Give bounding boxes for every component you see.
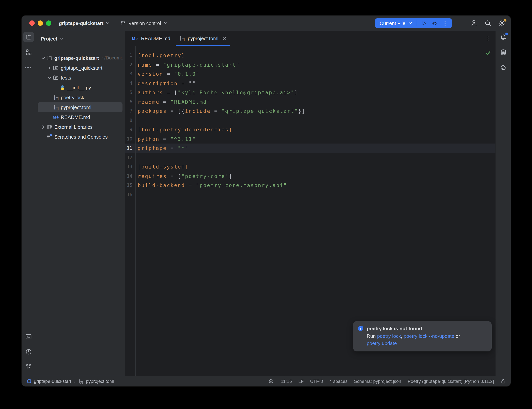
project-panel-header[interactable]: Project (35, 31, 125, 46)
chevron-down-icon (408, 21, 412, 25)
editor-options-button[interactable]: ⋮ (485, 31, 491, 46)
structure-icon (25, 49, 32, 56)
problems-tool-button[interactable] (23, 346, 34, 357)
folder-src-icon (53, 65, 59, 71)
tree-item-pyproject-toml[interactable]: [T]pyproject.toml (38, 102, 122, 112)
svg-text:M: M (132, 36, 135, 41)
line-number: 12 (125, 153, 135, 162)
folder-src-icon (53, 74, 59, 81)
svg-text:[T]: [T] (80, 381, 83, 383)
run-configuration-widget[interactable]: Current File ⋮ (375, 18, 452, 28)
settings-badge (504, 19, 506, 22)
tree-item-tests[interactable]: tests (38, 73, 122, 83)
terminal-icon (25, 333, 32, 340)
chevron-down-icon[interactable] (46, 75, 53, 80)
tab-pyproject-toml[interactable]: [T]pyproject.toml (175, 31, 231, 46)
notification-line-1: Run poetry lock, poetry lock --no-update… (367, 333, 486, 340)
toml-icon: [T] (53, 104, 59, 110)
tab-readme-md[interactable]: MREADME.md (128, 31, 175, 46)
code-line-8 (138, 116, 495, 125)
chevron-down-icon[interactable] (40, 56, 46, 60)
markdown-icon: M (132, 36, 138, 41)
tree-item-readme-md[interactable]: MREADME.md (38, 112, 122, 122)
editor-gutter: 12345678910111213141516 (125, 46, 136, 376)
project-panel-title: Project (41, 36, 57, 41)
tree-item-griptape-quickstart[interactable]: griptape_quickstart (38, 63, 122, 73)
tree-item-label: __init__.py (67, 85, 91, 90)
status-item-lf[interactable]: LF (298, 379, 304, 384)
breadcrumb-project[interactable]: griptape-quickstart (34, 379, 71, 384)
line-number: 1 (125, 51, 135, 60)
tree-item-poetry-lock[interactable]: [T]poetry.lock (38, 93, 122, 102)
tree-item-griptape-quickstart[interactable]: griptape-quickstart~/Docume (38, 53, 122, 63)
notification-link[interactable]: poetry lock --no-update (404, 333, 454, 339)
notifications-button[interactable] (498, 32, 509, 42)
git-branch-icon (120, 20, 126, 26)
debug-button[interactable] (431, 19, 438, 27)
play-icon (421, 20, 427, 26)
bug-icon (432, 20, 437, 26)
ai-assistant-tool-button[interactable] (498, 62, 509, 73)
svg-text:M: M (53, 115, 56, 119)
search-icon (484, 19, 492, 27)
status-item-11-15[interactable]: 11:15 (281, 379, 292, 384)
tree-item-external-libraries[interactable]: External Libraries (38, 122, 122, 132)
project-widget[interactable]: griptape-quickstart (59, 20, 110, 26)
title-bar: griptape-quickstart Version control Curr… (22, 16, 511, 31)
status-item-4-spaces[interactable]: 4 spaces (330, 379, 348, 384)
terminal-tool-button[interactable] (23, 331, 34, 342)
breadcrumb-file[interactable]: pyproject.toml (86, 379, 114, 384)
run-more-button[interactable]: ⋮ (441, 19, 449, 27)
inspections-status-button[interactable] (485, 50, 491, 56)
structure-tool-button[interactable] (23, 47, 34, 57)
scratch-icon (46, 134, 52, 140)
tree-item-label: README.md (61, 114, 90, 120)
line-number: 8 (125, 116, 135, 125)
line-number: 16 (125, 190, 135, 199)
line-number: 11 (125, 144, 135, 153)
status-item-poetry-griptape-quickstart-pyt[interactable]: Poetry (griptape-quickstart) [Python 3.1… (408, 379, 494, 384)
chevron-right-icon[interactable] (40, 125, 46, 129)
database-tool-button[interactable] (498, 47, 509, 57)
line-number: 9 (125, 125, 135, 134)
info-icon (358, 325, 364, 331)
notification-link[interactable]: poetry update (367, 340, 397, 346)
svg-text:[T]: [T] (55, 97, 58, 100)
run-config-label: Current File (380, 20, 405, 26)
close-window-button[interactable] (29, 20, 35, 26)
notification-balloon[interactable]: poetry.lock is not found Run poetry lock… (353, 321, 492, 352)
tab-label: pyproject.toml (188, 36, 219, 41)
vcs-widget[interactable]: Version control (120, 20, 167, 26)
line-number: 15 (125, 181, 135, 190)
tree-item-scratches-and-consoles[interactable]: Scratches and Consoles (38, 132, 122, 142)
status-item-schema-pyproject-json[interactable]: Schema: pyproject.json (354, 379, 401, 384)
code-line-15: build-backend = "poetry.core.masonry.api… (138, 181, 495, 190)
notification-link[interactable]: poetry lock (377, 333, 401, 339)
add-user-button[interactable] (470, 19, 478, 27)
vcs-tool-button[interactable] (23, 362, 34, 372)
chevron-right-icon[interactable] (46, 66, 53, 70)
check-icon (485, 50, 491, 56)
code-line-9: [tool.poetry.dependencies] (138, 125, 495, 134)
status-item-utf-8[interactable]: UTF-8 (310, 379, 323, 384)
code-line-2: name = "griptape-quickstart" (138, 60, 495, 69)
minimize-window-button[interactable] (38, 20, 43, 26)
line-number: 2 (125, 60, 135, 69)
markdown-icon: M (53, 114, 59, 120)
project-panel: Project griptape-quickstart~/Documegript… (35, 31, 125, 376)
project-module-icon (27, 379, 31, 383)
notification-text: Run (367, 333, 377, 339)
close-tab-button[interactable] (222, 37, 226, 40)
copilot-status-icon[interactable] (268, 378, 274, 384)
project-tool-button[interactable] (23, 32, 34, 42)
settings-button[interactable] (498, 19, 506, 27)
run-button[interactable] (420, 19, 428, 27)
more-tool-windows-button[interactable]: ••• (23, 62, 34, 73)
lock-status-button[interactable] (500, 378, 506, 384)
tree-item--init-py[interactable]: __init__.py (38, 83, 122, 93)
search-everywhere-button[interactable] (484, 19, 492, 27)
code-line-10: python = "^3.11" (138, 134, 495, 144)
chevron-right-icon: › (74, 379, 75, 383)
maximize-window-button[interactable] (46, 20, 51, 26)
line-number: 6 (125, 97, 135, 106)
